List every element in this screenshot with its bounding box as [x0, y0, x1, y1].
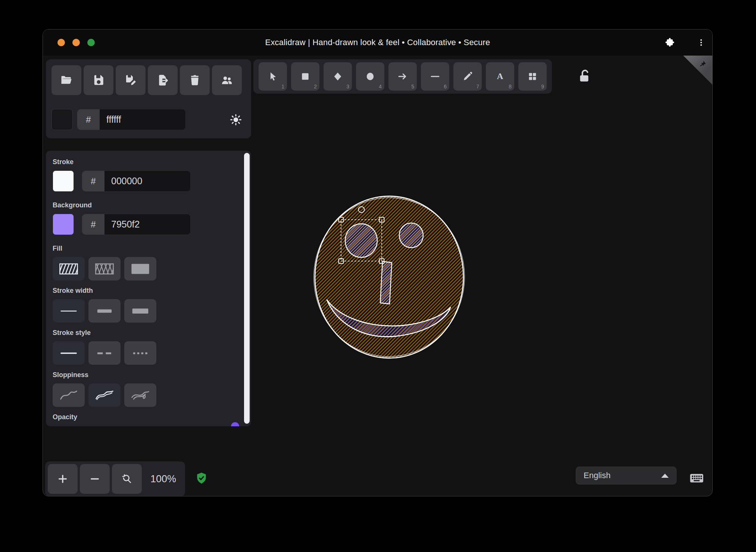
keyboard-icon[interactable]	[686, 470, 707, 486]
zoom-reset-button[interactable]	[112, 464, 142, 494]
zoom-in-button[interactable]	[48, 464, 78, 494]
nose[interactable]	[380, 261, 392, 304]
caret-up-icon	[661, 474, 669, 478]
app-window: Excalidraw | Hand-drawn look & feel • Co…	[43, 29, 713, 496]
titlebar: Excalidraw | Hand-drawn look & feel • Co…	[43, 29, 712, 56]
kebab-menu-icon[interactable]	[697, 37, 706, 48]
right-eye[interactable]	[399, 223, 423, 248]
plus-icon	[57, 473, 69, 485]
window-title: Excalidraw | Hand-drawn look & feel • Co…	[43, 29, 712, 56]
zoom-level[interactable]: 100%	[144, 473, 182, 485]
language-value: English	[584, 471, 610, 480]
minus-icon	[89, 473, 101, 485]
left-eye[interactable]	[345, 224, 377, 257]
smiley-face-drawing[interactable]	[312, 195, 467, 358]
zoom-reset-icon	[121, 473, 133, 485]
zoom-bar: 100%	[45, 461, 185, 496]
extensions-puzzle-icon[interactable]	[665, 37, 675, 48]
drawing-canvas[interactable]	[43, 56, 713, 496]
zoom-out-button[interactable]	[80, 464, 110, 494]
language-select[interactable]: English	[576, 467, 677, 484]
shield-check-icon[interactable]	[195, 470, 208, 486]
